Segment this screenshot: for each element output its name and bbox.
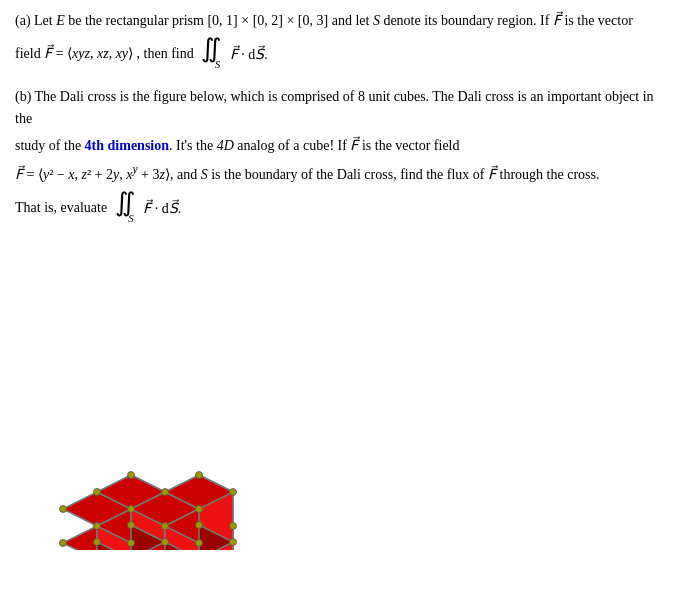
- part-b-line2: study of the 4th dimension. It's the 4D …: [15, 135, 668, 157]
- part-b-text1: (b) The Dali cross is the figure below, …: [15, 89, 654, 126]
- part-a-S: S: [373, 13, 380, 28]
- svg-point-48: [196, 505, 203, 512]
- part-a-text2: be the rectangular prism [0, 1] × [0, 2]…: [65, 13, 373, 28]
- part-b-integrand: F⃗ · dS⃗.: [143, 201, 181, 216]
- svg-point-55: [230, 538, 237, 545]
- part-b-Fdef: F⃗ = ⟨y² − x, z² + 2y, xy + 3z⟩: [15, 167, 170, 182]
- part-a-Fvec: F⃗: [553, 13, 561, 28]
- part-a-line1: (a) Let E be the rectangular prism [0, 1…: [15, 10, 668, 32]
- part-a-text3: denote its boundary region. If: [380, 13, 553, 28]
- svg-point-38: [162, 522, 169, 529]
- part-b: (b) The Dali cross is the figure below, …: [15, 86, 668, 228]
- svg-point-27: [60, 539, 67, 546]
- svg-point-45: [162, 488, 169, 495]
- part-a-field-label: field: [15, 46, 41, 61]
- part-b-text7: , and S is the boundary of the Dali cros…: [170, 167, 599, 182]
- svg-point-50: [230, 522, 237, 529]
- part-b-line1: (b) The Dali cross is the figure below, …: [15, 86, 668, 131]
- part-a-integral: ∬ S: [201, 36, 222, 74]
- part-a-E: E: [56, 13, 65, 28]
- part-a-line2: field F⃗ = ⟨xyz, xz, xy⟩ , then find ∬ S…: [15, 36, 668, 74]
- svg-point-34: [60, 505, 67, 512]
- part-b-line4: That is, evaluate ∬ S F⃗ · dS⃗.: [15, 190, 668, 228]
- part-a-then-find: , then find: [137, 46, 194, 61]
- part-b-4th-dimension: 4th dimension: [85, 138, 169, 153]
- svg-point-25: [128, 539, 135, 546]
- svg-point-47: [162, 538, 169, 545]
- dali-cross-container: .cube-top { fill: #cc0000; stroke: #666;…: [25, 240, 658, 554]
- part-b-line3: F⃗ = ⟨y² − x, z² + 2y, xy + 3z⟩, and S i…: [15, 161, 668, 186]
- part-b-integral: ∬ S: [115, 190, 136, 228]
- svg-point-54: [196, 521, 203, 528]
- part-a-integral-sub: S: [215, 56, 223, 74]
- svg-point-44: [128, 471, 135, 478]
- dali-cross-svg: .cube-top { fill: #cc0000; stroke: #666;…: [25, 240, 305, 550]
- svg-point-32: [94, 488, 101, 495]
- part-b-evaluate-label: That is, evaluate: [15, 200, 107, 215]
- part-a-integrand: F⃗ · dS⃗.: [230, 47, 268, 62]
- part-b-text2: study of the: [15, 138, 85, 153]
- svg-point-52: [196, 471, 203, 478]
- svg-point-33: [128, 505, 135, 512]
- svg-point-53: [230, 488, 237, 495]
- part-b-integral-sub: S: [128, 210, 136, 228]
- svg-point-46: [128, 521, 135, 528]
- part-a: (a) Let E be the rectangular prism [0, 1…: [15, 10, 668, 74]
- svg-point-40: [196, 539, 203, 546]
- svg-point-24: [94, 522, 101, 529]
- svg-point-35: [94, 538, 101, 545]
- part-a-text1: (a) Let: [15, 13, 56, 28]
- part-b-text3: . It's the 4D analog of a cube! If F⃗ is…: [169, 138, 459, 153]
- part-a-Fvec2: F⃗ = ⟨xyz, xz, xy⟩: [44, 46, 133, 61]
- part-a-text4: is the vector: [561, 13, 633, 28]
